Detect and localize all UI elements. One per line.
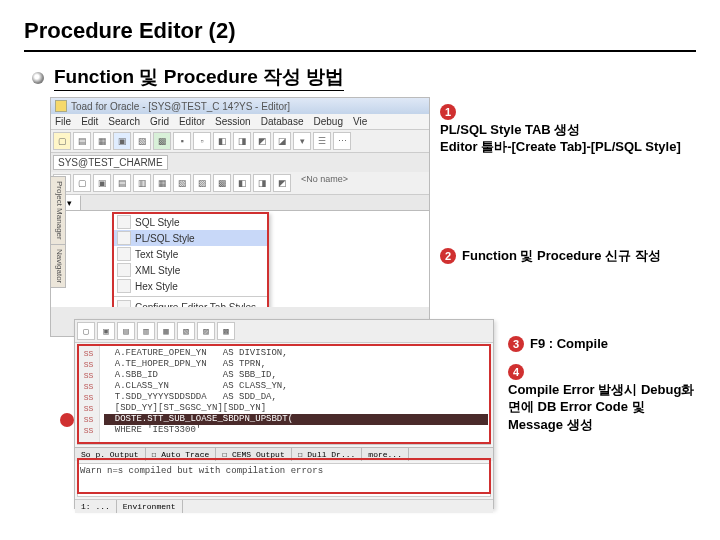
toolbar-main: ▢ ▤ ▦ ▣ ▧ ▩ ▪ ▫ ◧ ◨ ◩ ◪ ▾ ☰ ⋯ [51,130,429,153]
menu-file[interactable]: File [53,116,73,127]
tb-btn[interactable]: ▣ [97,322,115,340]
tb-btn[interactable]: ▢ [53,132,71,150]
chk-label: Dull Dr... [307,450,355,459]
tb-btn[interactable]: ▩ [153,132,171,150]
annotation-2: 2Function 및 Procedure 신규 작성 [440,247,661,265]
status-area: Warn n=s compiled but with compilation e… [77,463,491,497]
window-titlebar: Toad for Oracle - [SYS@TEST_C 14?YS - Ed… [51,98,429,114]
env-tab[interactable]: 1: ... [75,500,117,513]
tb-btn[interactable]: ▩ [217,322,235,340]
annotation-text: Compile Error 발생시 Debug화면에 DB Error Code… [508,381,696,434]
menu-edit[interactable]: Edit [79,116,100,127]
dd-label: SQL Style [135,217,180,228]
red-marker-icon [60,413,74,427]
tb-btn[interactable]: ☰ [313,132,331,150]
menu-database[interactable]: Database [259,116,306,127]
output-chk[interactable]: ☐ Auto Trace [146,448,217,461]
app-icon [55,100,67,112]
annotation-3: 3F9 : Compile [508,335,608,353]
dd-item-sql-style[interactable]: SQL Style [114,214,267,230]
dd-item-hex-style[interactable]: Hex Style [114,278,267,294]
tb-btn[interactable]: ◩ [273,174,291,192]
menu-search[interactable]: Search [106,116,142,127]
chk-label: CEMS Output [232,450,285,459]
tb-btn[interactable]: ▩ [213,174,231,192]
tb-btn[interactable]: ▢ [77,322,95,340]
doc-icon [117,263,131,277]
env-strip: 1: ... Environment [75,499,493,513]
tb-btn[interactable]: ▧ [133,132,151,150]
tb-btn[interactable]: ◧ [233,174,251,192]
annotation-text: PL/SQL Style TAB 생성 Editor 툴바-[Create Ta… [440,121,681,156]
tb-btn[interactable]: ▥ [137,322,155,340]
side-tab-project-manager[interactable]: Project Manager [50,176,66,245]
tb-btn[interactable]: ▪ [173,132,191,150]
menu-editor[interactable]: Editor [177,116,207,127]
menu-view[interactable]: Vie [351,116,369,127]
subtitle-row: Function 및 Procedure 작성 방법 [32,64,696,91]
tb-btn[interactable]: ▦ [157,322,175,340]
doc-icon [117,279,131,293]
tb-btn[interactable]: ◨ [253,174,271,192]
output-chk[interactable]: ☐ CEMS Output [216,448,291,461]
dd-item-plsql-style[interactable]: PL/SQL Style [114,230,267,246]
tb-btn[interactable]: ◩ [253,132,271,150]
code-line: A.FEATURE_OPEN_YN AS DIVISION, [104,348,488,359]
code-line: [SDD_YY][ST_SGSC_YN][SDD_YN] [104,403,488,414]
tb-btn[interactable]: ▦ [93,132,111,150]
code-line: T.SDD_YYYYSDDSDDA AS SDD_DA, [104,392,488,403]
screenshot-editor-bottom: ▢ ▣ ▤ ▥ ▦ ▧ ▨ ▩ SS SS SS SS SS SS SS SS … [74,319,494,509]
output-chk[interactable]: ☐ Dull Dr... [292,448,363,461]
annotation-text: Function 및 Procedure 신규 작성 [462,247,661,265]
doc-icon [117,215,131,229]
tb-btn[interactable]: ◪ [273,132,291,150]
tb-btn[interactable]: ▨ [193,174,211,192]
tb-btn[interactable]: ▣ [113,132,131,150]
tb-btn[interactable]: ▤ [117,322,135,340]
tb-btn[interactable]: ▦ [153,174,171,192]
tb-btn[interactable]: ▤ [73,132,91,150]
tb-btn[interactable]: ▧ [177,322,195,340]
bullet-icon [32,72,44,84]
tb-btn[interactable]: ▨ [197,322,215,340]
dd-label: Hex Style [135,281,178,292]
menu-debug[interactable]: Debug [311,116,344,127]
menu-grid[interactable]: Grid [148,116,171,127]
code-editor[interactable]: SS SS SS SS SS SS SS SS A.FEATURE_OPEN_Y… [77,345,491,445]
doc-icon [117,247,131,261]
side-tab-navigator[interactable]: Navigator [50,244,66,288]
connection-combo[interactable]: SYS@TEST_CHARME [53,155,168,170]
gutter-mark: SS [78,359,99,370]
tb-btn[interactable]: ▥ [133,174,151,192]
menu-session[interactable]: Session [213,116,253,127]
tb-btn[interactable]: ▢ [73,174,91,192]
menubar: File Edit Search Grid Editor Session Dat… [51,114,429,130]
tb-btn[interactable]: ▣ [93,174,111,192]
output-chk[interactable]: more... [362,448,409,461]
gutter: SS SS SS SS SS SS SS SS [78,346,100,444]
gutter-mark: SS [78,403,99,414]
output-tab[interactable]: So p. Output [75,448,146,461]
dd-item-xml-style[interactable]: XML Style [114,262,267,278]
tb-btn[interactable]: ◨ [233,132,251,150]
dd-separator [114,296,267,297]
gutter-mark: SS [78,348,99,359]
gutter-mark: SS [78,414,99,425]
annotation-number: 1 [440,104,456,120]
env-tab[interactable]: Environment [117,500,183,513]
annotation-1: 1PL/SQL Style TAB 생성 Editor 툴바-[Create T… [440,103,696,156]
editor-tabs: 1 ▾ [51,195,429,211]
tb-btn[interactable]: ▾ [293,132,311,150]
code-line: A.TE_HOPER_DPN_YN AS TPRN, [104,359,488,370]
dd-label: Text Style [135,249,178,260]
code-line-error: DOSTE.STT_SUB_LOASE_SBDPN_UPSBDT( [104,414,488,425]
tb-btn[interactable]: ▧ [173,174,191,192]
tb-btn[interactable]: ▫ [193,132,211,150]
dd-item-text-style[interactable]: Text Style [114,246,267,262]
doc-icon [117,231,131,245]
tb-btn[interactable]: ◧ [213,132,231,150]
annotation-4: 4Compile Error 발생시 Debug화면에 DB Error Cod… [508,363,696,433]
tb-btn[interactable]: ⋯ [333,132,351,150]
tb-btn[interactable]: ▤ [113,174,131,192]
dd-label: XML Style [135,265,180,276]
